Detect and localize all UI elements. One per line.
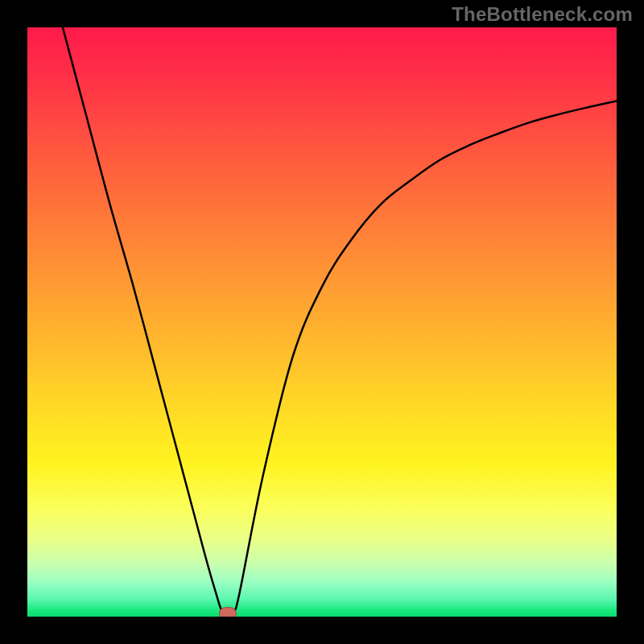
- optimal-point-marker: [219, 607, 237, 617]
- watermark-text: TheBottleneck.com: [452, 3, 633, 26]
- plot-area: [27, 27, 617, 617]
- chart-frame: TheBottleneck.com: [0, 0, 644, 644]
- bottleneck-curve: [27, 27, 617, 617]
